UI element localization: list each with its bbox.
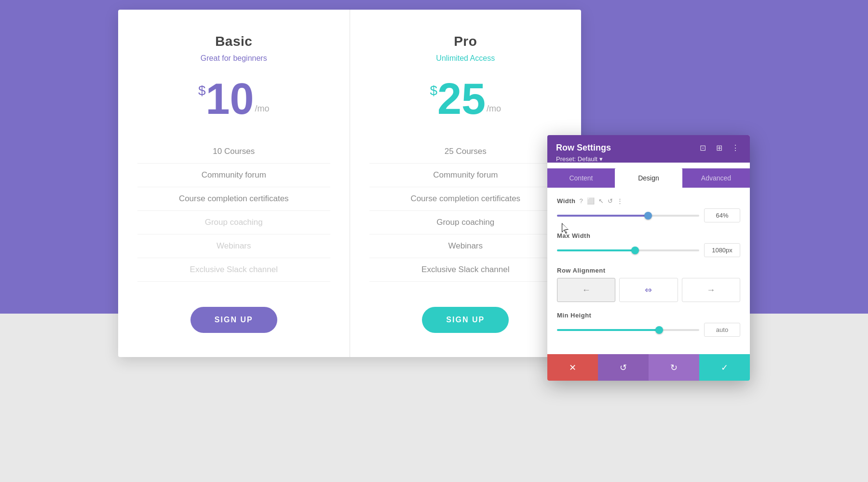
pro-plan-subtitle: Unlimited Access: [436, 54, 495, 63]
min-height-label: Min Height: [557, 312, 591, 319]
width-value-input[interactable]: 64%: [704, 208, 740, 222]
panel-header: Row Settings ⊡ ⊞ ⋮ Preset: Default ▾: [547, 135, 750, 163]
panel-preset[interactable]: Preset: Default ▾: [556, 155, 741, 163]
basic-feature-2: Community forum: [137, 164, 330, 187]
max-width-setting: Max Width 1080px: [557, 232, 740, 257]
basic-feature-4: Group coaching: [137, 211, 330, 234]
pro-feature-5: Webinars: [369, 234, 562, 258]
panel-content: Width ? ⬜ ↖ ↺ ⋮ 64% Max Width: [547, 188, 750, 354]
basic-currency: $: [198, 83, 206, 98]
pro-period: /mo: [487, 104, 501, 114]
basic-signup-button[interactable]: SIGN UP: [190, 307, 277, 333]
align-left-option[interactable]: ←: [557, 278, 615, 302]
fullscreen-icon[interactable]: ⊡: [697, 142, 708, 153]
max-width-slider-fill: [557, 249, 635, 251]
split-icon[interactable]: ⊞: [713, 142, 725, 153]
pro-plan-name: Pro: [454, 34, 477, 49]
basic-price-wrap: $ 10 /mo: [198, 77, 270, 121]
row-settings-panel: Row Settings ⊡ ⊞ ⋮ Preset: Default ▾ Con…: [547, 135, 750, 381]
basic-period: /mo: [255, 104, 270, 114]
panel-preset-arrow: ▾: [599, 155, 603, 163]
row-alignment-label-row: Row Alignment: [557, 267, 740, 274]
panel-undo-button[interactable]: ↺: [598, 354, 649, 381]
basic-plan-name: Basic: [215, 34, 252, 49]
max-width-label: Max Width: [557, 232, 590, 239]
basic-feature-6: Exclusive Slack channel: [137, 258, 330, 282]
panel-title: Row Settings: [556, 143, 611, 153]
pro-features-list: 25 Courses Community forum Course comple…: [369, 140, 562, 282]
max-width-input-row: 1080px: [557, 243, 740, 257]
panel-confirm-button[interactable]: ✓: [699, 354, 750, 381]
max-width-label-row: Max Width: [557, 232, 740, 239]
width-label: Width: [557, 197, 575, 205]
panel-preset-label: Preset: Default: [556, 155, 597, 163]
max-width-slider[interactable]: [557, 249, 699, 251]
max-width-value-input[interactable]: 1080px: [704, 243, 740, 257]
pro-feature-4: Group coaching: [369, 211, 562, 234]
min-height-slider[interactable]: [557, 329, 699, 331]
pro-amount: 25: [437, 77, 486, 121]
width-help-icon[interactable]: ?: [579, 197, 583, 205]
pro-signup-button[interactable]: SIGN UP: [422, 307, 509, 333]
min-height-setting: Min Height: [557, 312, 740, 337]
panel-header-icons: ⊡ ⊞ ⋮: [697, 142, 741, 153]
pro-price-wrap: $ 25 /mo: [430, 77, 501, 121]
panel-bottom-buttons: ✕ ↺ ↻ ✓: [547, 354, 750, 381]
tab-content[interactable]: Content: [547, 168, 615, 188]
panel-redo-button[interactable]: ↻: [649, 354, 699, 381]
pricing-card-basic: Basic Great for beginners $ 10 /mo 10 Co…: [118, 10, 350, 357]
basic-feature-1: 10 Courses: [137, 140, 330, 164]
align-center-option[interactable]: ⇔: [619, 278, 678, 302]
pro-feature-1: 25 Courses: [369, 140, 562, 164]
tab-design[interactable]: Design: [615, 168, 682, 188]
panel-tabs: Content Design Advanced: [547, 168, 750, 188]
width-input-row: 64%: [557, 208, 740, 222]
min-height-input-row: [557, 323, 740, 337]
panel-cancel-button[interactable]: ✕: [547, 354, 598, 381]
pricing-container: Basic Great for beginners $ 10 /mo 10 Co…: [118, 10, 581, 357]
min-height-slider-fill: [557, 329, 659, 331]
min-height-slider-thumb[interactable]: [655, 326, 663, 334]
row-alignment-setting: Row Alignment ← ⇔ →: [557, 267, 740, 302]
alignment-options: ← ⇔ →: [557, 278, 740, 302]
basic-features-list: 10 Courses Community forum Course comple…: [137, 140, 330, 282]
basic-amount: 10: [205, 77, 254, 121]
width-slider[interactable]: [557, 215, 699, 217]
width-tablet-icon[interactable]: ⬜: [587, 197, 595, 205]
max-width-slider-thumb[interactable]: [631, 247, 639, 254]
tab-advanced[interactable]: Advanced: [682, 168, 750, 188]
pricing-card-pro: Pro Unlimited Access $ 25 /mo 25 Courses…: [350, 10, 582, 357]
width-slider-fill: [557, 215, 648, 217]
pro-feature-2: Community forum: [369, 164, 562, 187]
pro-feature-3: Course completion certificates: [369, 187, 562, 211]
width-cursor-icon[interactable]: ↖: [598, 197, 604, 205]
width-slider-thumb[interactable]: [644, 212, 652, 220]
more-icon[interactable]: ⋮: [730, 142, 741, 153]
width-label-row: Width ? ⬜ ↖ ↺ ⋮: [557, 197, 740, 205]
width-more-icon[interactable]: ⋮: [617, 197, 623, 205]
basic-feature-3: Course completion certificates: [137, 187, 330, 211]
min-height-label-row: Min Height: [557, 312, 740, 319]
pro-feature-6: Exclusive Slack channel: [369, 258, 562, 282]
panel-header-top: Row Settings ⊡ ⊞ ⋮: [556, 142, 741, 153]
basic-feature-5: Webinars: [137, 234, 330, 258]
basic-plan-subtitle: Great for beginners: [201, 54, 267, 63]
min-height-value-input[interactable]: [704, 323, 740, 337]
width-undo-icon[interactable]: ↺: [608, 197, 613, 205]
align-right-option[interactable]: →: [682, 278, 740, 302]
width-setting: Width ? ⬜ ↖ ↺ ⋮ 64%: [557, 197, 740, 222]
pro-currency: $: [430, 83, 437, 98]
row-alignment-label: Row Alignment: [557, 267, 606, 274]
